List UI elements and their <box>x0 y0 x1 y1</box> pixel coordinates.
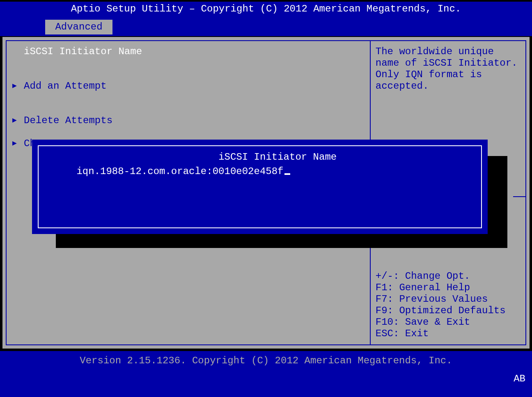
text-cursor-icon <box>284 173 290 175</box>
menu-delete-attempts[interactable]: Delete Attempts <box>12 115 364 126</box>
corner-label: AB <box>514 373 525 385</box>
hint-optimized-defaults: F9: Optimized Defaults <box>376 305 521 317</box>
spacer <box>12 57 364 69</box>
popup-frame: iSCSI Initiator Name iqn.1988-12.com.ora… <box>38 145 482 228</box>
side-rule <box>513 196 525 197</box>
spacer <box>12 126 364 138</box>
footer-band: Version 2.15.1236. Copyright (C) 2012 Am… <box>0 351 532 397</box>
spacer <box>12 69 364 80</box>
tab-advanced[interactable]: Advanced <box>45 20 112 34</box>
help-text: The worldwide unique name of iSCSI Initi… <box>376 46 521 92</box>
hint-previous-values: F7: Previous Values <box>376 294 521 305</box>
hint-change-opt: +/-: Change Opt. <box>376 271 521 282</box>
hint-esc-exit: ESC: Exit <box>376 328 521 340</box>
popup-input[interactable]: iqn.1988-12.com.oracle:0010e02e458f <box>41 154 290 189</box>
field-iscsi-initiator-name[interactable]: iSCSI Initiator Name <box>12 46 364 57</box>
tab-row: Advanced <box>0 18 532 36</box>
spacer <box>12 103 364 115</box>
utility-title: Aptio Setup Utility – Copyright (C) 2012… <box>0 3 532 15</box>
key-hints: +/-: Change Opt. F1: General Help F7: Pr… <box>376 271 521 340</box>
header-band: Aptio Setup Utility – Copyright (C) 2012… <box>0 2 532 36</box>
spacer <box>12 92 364 103</box>
version-text: Version 2.15.1236. Copyright (C) 2012 Am… <box>0 355 532 367</box>
hint-save-exit: F10: Save & Exit <box>376 317 521 328</box>
popup-input-value: iqn.1988-12.com.oracle:0010e02e458f <box>76 166 283 177</box>
popup-iscsi-initiator-name: iSCSI Initiator Name iqn.1988-12.com.ora… <box>32 140 488 234</box>
menu-add-attempt[interactable]: Add an Attempt <box>12 80 364 92</box>
hint-general-help: F1: General Help <box>376 282 521 294</box>
